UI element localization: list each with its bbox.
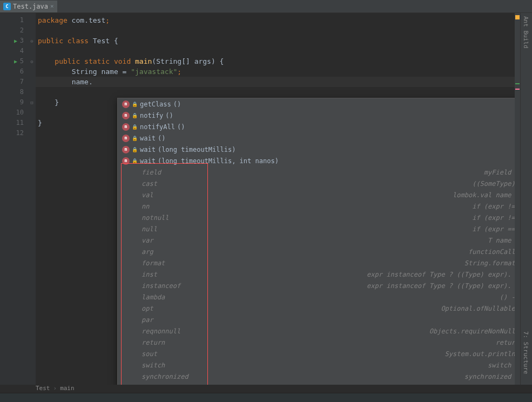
completion-item-template[interactable]: instexpr instanceof Type ? ((Type) expr)… — [118, 269, 515, 280]
breadcrumb-item[interactable]: main — [60, 385, 75, 392]
completion-item-template[interactable]: formatString.format(expr) — [118, 257, 515, 269]
completion-item-template[interactable]: switchswitch (expr) — [118, 359, 515, 371]
lock-icon: 🔒 — [132, 147, 138, 152]
completion-item-method[interactable]: m🔒notifyAll()void — [118, 121, 515, 132]
completion-item-template[interactable]: varT name = expr — [118, 234, 515, 246]
method-icon: m — [122, 146, 130, 153]
analysis-warning-icon[interactable] — [515, 15, 520, 19]
line-number: 8 — [0, 87, 28, 97]
breadcrumb-item[interactable]: Test — [36, 385, 50, 392]
lock-icon: 🔒 — [132, 158, 138, 164]
line-number: 7 — [0, 77, 28, 87]
right-tool-bar: Ant Build 7: Structure — [520, 13, 532, 385]
method-icon: m — [122, 112, 130, 119]
completion-item-template[interactable]: trytry { exp } catch(Exception e) — [118, 382, 515, 385]
line-number: 6 — [0, 66, 28, 77]
run-gutter-icon[interactable]: ▶ — [14, 36, 17, 46]
editor-area: 1 2 ▶3 4 ▶5 6 7 8 9 10 11 12 ⊖ ⊖ ⊟ packa… — [0, 13, 532, 385]
completion-item-method[interactable]: m🔒notify()void — [118, 110, 515, 121]
fold-end[interactable]: ⊟ — [28, 97, 36, 108]
lock-icon: 🔒 — [132, 136, 138, 141]
completion-item-template[interactable]: returnreturn expr — [118, 337, 515, 348]
close-icon[interactable]: × — [50, 3, 54, 10]
line-number: ▶5 — [0, 56, 28, 66]
status-bar — [0, 393, 532, 402]
line-number: 4 — [0, 46, 28, 56]
completion-item-template[interactable]: cast((SomeType) expr) — [118, 178, 515, 189]
completion-item-template[interactable]: par(expr) — [118, 314, 515, 325]
structure-tool[interactable]: 7: Structure — [522, 331, 529, 374]
completion-item-method[interactable]: m🔒wait()void — [118, 132, 515, 144]
completion-item-template[interactable]: lambda() -> expr — [118, 291, 515, 303]
completion-item-template[interactable]: instanceofexpr instanceof Type ? ((Type)… — [118, 280, 515, 291]
tab-label: Test.java — [13, 3, 48, 10]
error-stripe[interactable] — [515, 13, 520, 385]
method-icon: m — [122, 135, 130, 142]
line-number: 9 — [0, 97, 28, 108]
fold-toggle[interactable]: ⊖ — [28, 36, 36, 46]
line-number: 11 — [0, 118, 28, 128]
method-icon: m — [122, 100, 130, 108]
completion-item-template[interactable]: reqnonnullObjects.requireNonNull(expr) — [118, 325, 515, 337]
run-gutter-icon[interactable]: ▶ — [14, 56, 17, 66]
fold-toggle[interactable]: ⊖ — [28, 56, 36, 66]
chevron-right-icon: › — [53, 385, 57, 392]
line-number: 12 — [0, 128, 28, 138]
completion-item-template[interactable]: vallombok.val name = expr — [118, 189, 515, 200]
completion-item-template[interactable]: fieldmyField = expr — [118, 166, 515, 178]
lock-icon: 🔒 — [132, 102, 138, 107]
gutter: 1 2 ▶3 4 ▶5 6 7 8 9 10 11 12 — [0, 13, 28, 385]
completion-item-template[interactable]: argfunctionCall(expr) — [118, 246, 515, 257]
method-icon: m — [122, 123, 130, 131]
line-number: 10 — [0, 108, 28, 118]
completion-item-method[interactable]: m🔒wait(long timeoutMillis)void — [118, 144, 515, 155]
method-icon: m — [122, 157, 130, 165]
marker-change[interactable] — [515, 83, 520, 84]
line-number: 2 — [0, 25, 28, 36]
completion-item-method[interactable]: m🔒wait(long timeoutMillis, int nanos)voi… — [118, 155, 515, 166]
completion-item-template[interactable]: nullif (expr == null) — [118, 223, 515, 234]
lock-icon: 🔒 — [132, 113, 138, 118]
breadcrumb[interactable]: Test › main — [36, 383, 75, 393]
completion-item-template[interactable]: synchronizedsynchronized (expr) — [118, 371, 515, 382]
completion-item-template[interactable]: notnullif (expr != null) — [118, 212, 515, 223]
completion-item-template[interactable]: nnif (expr != null) — [118, 200, 515, 212]
java-class-icon: C — [3, 3, 11, 10]
line-number: ▶3 — [0, 36, 28, 46]
editor-tab[interactable]: C Test.java × — [0, 1, 57, 12]
code-completion-popup: m🔒getClass()Classm🔒notify()voidm🔒notifyA… — [117, 98, 515, 385]
marker-error[interactable] — [515, 89, 520, 90]
fold-gutter: ⊖ ⊖ ⊟ — [28, 13, 36, 385]
code-editor[interactable]: package com.test; public class Test { pu… — [36, 13, 515, 385]
lock-icon: 🔒 — [132, 124, 138, 130]
completion-item-template[interactable]: soutSystem.out.println(expr) — [118, 348, 515, 359]
line-number: 1 — [0, 15, 28, 25]
completion-item-template[interactable]: optOptional.ofNullable(expr) — [118, 303, 515, 314]
tab-bar: C Test.java × — [0, 0, 532, 13]
completion-item-method[interactable]: m🔒getClass()Class — [118, 98, 515, 110]
ant-build-tool[interactable]: Ant Build — [522, 16, 529, 49]
